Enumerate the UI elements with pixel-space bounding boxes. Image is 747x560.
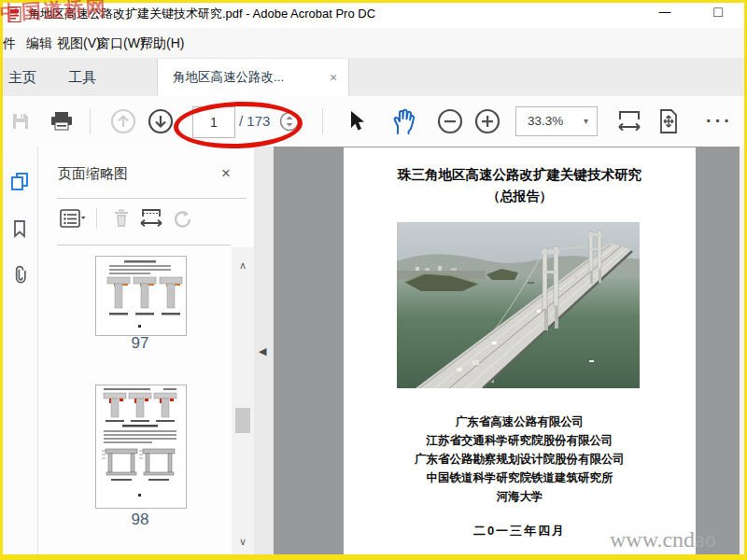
panel-close-button[interactable]: × <box>218 165 234 182</box>
maximize-icon: □ <box>713 4 723 20</box>
minus-circle-icon <box>437 108 463 134</box>
crop-pages-button[interactable] <box>137 204 165 232</box>
attachments-tab[interactable] <box>8 264 31 287</box>
organization: 中国铁道科学研究院铁道建筑研究所 <box>344 470 696 486</box>
thumbnail-98-preview <box>96 385 184 506</box>
maximize-button[interactable]: □ <box>702 0 734 26</box>
navigation-pane-strip <box>0 147 38 557</box>
chevron-down-icon: ▾ <box>584 107 588 135</box>
hand-tool-icon <box>390 107 416 135</box>
fit-page-icon <box>655 108 682 134</box>
scrollbar-thumb[interactable] <box>235 408 250 433</box>
report-title: 珠三角地区高速公路改扩建关键技术研究 <box>344 166 696 184</box>
organization: 河海大学 <box>344 489 696 505</box>
zoom-level-dropdown[interactable]: 33.3% ▾ <box>515 106 598 136</box>
panel-collapse-button[interactable]: ◀ <box>259 344 266 357</box>
tab-document-label: 角地区高速公路改... <box>173 59 320 96</box>
rotate-icon <box>172 207 194 230</box>
tab-bar: 主页 工具 角地区高速公路改... × ? <box>0 59 747 96</box>
scroll-up-button[interactable]: ∧ <box>234 259 251 272</box>
thumbnail-page-98[interactable] <box>95 385 187 509</box>
report-subtitle: （总报告） <box>344 189 696 205</box>
zoom-level-value: 33.3% <box>528 107 563 135</box>
thumbnail-scrollbar[interactable] <box>232 247 254 557</box>
hand-tool-button[interactable] <box>388 106 418 136</box>
cursor-arrow-icon <box>347 110 366 133</box>
next-page-button[interactable] <box>146 106 176 136</box>
scroll-down-button[interactable]: ∨ <box>234 535 251 548</box>
chevron-up-icon: ∧ <box>239 259 247 271</box>
organization: 广东省公路勘察规划设计院股份有限公司 <box>344 452 696 468</box>
arrow-up-circle-icon <box>110 108 136 134</box>
zoom-out-button[interactable] <box>435 106 465 136</box>
tab-document[interactable]: 角地区高速公路改... × <box>157 59 349 96</box>
arrow-down-circle-icon <box>148 108 174 134</box>
save-icon <box>11 112 30 131</box>
page-thumbnails-panel: 页面缩略图 × 97 <box>38 147 254 557</box>
menu-bar: 文件 编辑 视图(V) 窗口(W) 帮助(H) <box>0 28 747 59</box>
close-icon: × <box>330 70 337 85</box>
divider <box>57 245 231 245</box>
close-icon: × <box>221 164 231 182</box>
fit-width-icon <box>616 108 642 134</box>
bookmarks-tab[interactable] <box>8 217 31 240</box>
bookmark-icon <box>11 219 28 238</box>
menu-file[interactable]: 文件 <box>0 28 16 58</box>
divider <box>57 198 247 199</box>
minimize-button[interactable]: — <box>649 0 681 26</box>
fit-width-button[interactable] <box>614 106 644 136</box>
thumbnail-page-97[interactable] <box>95 256 187 336</box>
organization: 江苏省交通科学研究院股份有限公司 <box>344 433 696 449</box>
crop-pages-icon <box>139 207 163 230</box>
print-button[interactable] <box>47 106 77 136</box>
zoom-in-button[interactable] <box>472 106 502 136</box>
menu-edit[interactable]: 编辑 <box>26 28 52 58</box>
page-number-input[interactable] <box>192 106 235 138</box>
thumbnail-page-number: 97 <box>77 334 204 353</box>
toolbar-separator <box>90 108 91 134</box>
save-button[interactable] <box>6 106 35 136</box>
print-icon <box>50 111 73 132</box>
thumbnail-options-button[interactable] <box>59 204 87 232</box>
tab-home[interactable]: 主页 <box>8 59 36 96</box>
plus-circle-icon <box>474 108 500 134</box>
stepper-icon <box>279 111 300 132</box>
trash-icon <box>112 208 131 229</box>
more-icon: ··· <box>706 110 733 131</box>
pdf-file-icon <box>7 7 22 26</box>
menu-window[interactable]: 窗口(W) <box>97 28 145 58</box>
thumbnail-97-preview <box>96 257 184 333</box>
tab-tools[interactable]: 工具 <box>68 59 96 96</box>
pages-icon <box>10 172 29 192</box>
collapse-left-icon: ◀ <box>259 345 266 357</box>
document-scrollbar[interactable] <box>740 147 744 557</box>
organization: 广东省高速公路有限公司 <box>344 414 696 430</box>
site-watermark: www.cndao <box>610 527 716 553</box>
previous-page-button[interactable] <box>108 106 138 136</box>
thumbnail-page-number: 98 <box>77 511 204 529</box>
bridge-photo <box>397 222 640 388</box>
delete-pages-button[interactable] <box>107 204 135 232</box>
more-tools-button[interactable]: ··· <box>706 96 733 147</box>
main-toolbar: / 173 33.3% ▾ ··· <box>0 96 747 147</box>
menu-help[interactable]: 帮助(H) <box>140 28 184 58</box>
options-list-icon <box>60 208 86 229</box>
rotate-pages-button[interactable] <box>169 204 197 232</box>
page-thumbnails-tab[interactable] <box>8 171 31 193</box>
window-title: 角地区高速公路改扩建关键技术研究.pdf - Adobe Acrobat Pro… <box>28 0 375 28</box>
page-stepper[interactable] <box>278 110 301 133</box>
panel-title: 页面缩略图 <box>58 165 128 183</box>
select-tool-button[interactable] <box>342 106 372 136</box>
chevron-down-icon: ∨ <box>239 536 247 547</box>
fit-page-button[interactable] <box>654 106 684 136</box>
menu-view[interactable]: 视图(V) <box>57 28 101 58</box>
document-view[interactable]: 珠三角地区高速公路改扩建关键技术研究 （总报告） <box>274 147 740 557</box>
page-total-label: / 173 <box>239 96 270 147</box>
acrobat-window: 角地区高速公路改扩建关键技术研究.pdf - Adobe Acrobat Pro… <box>0 0 747 560</box>
title-bar: 角地区高速公路改扩建关键技术研究.pdf - Adobe Acrobat Pro… <box>0 0 747 28</box>
paperclip-icon <box>11 265 28 286</box>
toolbar-separator <box>322 108 323 134</box>
pdf-page: 珠三角地区高速公路改扩建关键技术研究 （总报告） <box>344 147 696 556</box>
minimize-icon: — <box>659 5 671 19</box>
tab-close-button[interactable]: × <box>326 70 341 85</box>
